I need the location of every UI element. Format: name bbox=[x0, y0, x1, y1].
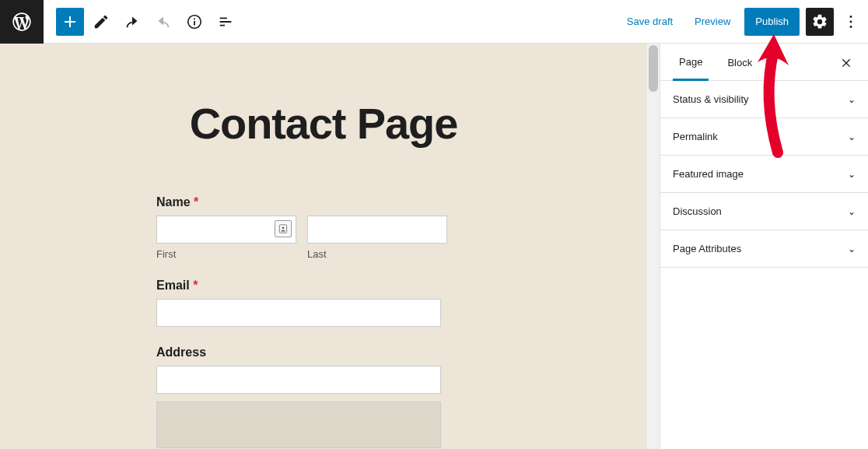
first-sublabel: First bbox=[156, 248, 296, 260]
redo-button[interactable] bbox=[149, 8, 177, 36]
chevron-down-icon: ⌄ bbox=[848, 94, 856, 105]
details-button[interactable] bbox=[180, 8, 208, 36]
close-sidebar-button[interactable] bbox=[837, 53, 856, 72]
tab-page[interactable]: Page bbox=[673, 44, 709, 81]
sidebar-tabs: Page Block bbox=[660, 44, 868, 81]
scrollbar-track[interactable] bbox=[647, 44, 660, 449]
name-label: Name * bbox=[156, 195, 491, 209]
panel-permalink[interactable]: Permalink⌄ bbox=[660, 118, 868, 155]
settings-button[interactable] bbox=[806, 8, 834, 36]
toolbar-left-group bbox=[44, 8, 240, 36]
address-label: Address bbox=[156, 346, 491, 360]
editor-top-toolbar: Save draft Preview Publish bbox=[0, 0, 868, 44]
svg-point-5 bbox=[282, 226, 285, 229]
publish-button[interactable]: Publish bbox=[744, 8, 800, 36]
svg-point-2 bbox=[850, 20, 852, 23]
svg-point-1 bbox=[850, 16, 852, 18]
more-options-button[interactable] bbox=[840, 8, 862, 36]
block-inserter-button[interactable] bbox=[56, 8, 84, 36]
last-name-input[interactable] bbox=[307, 216, 447, 244]
chevron-down-icon: ⌄ bbox=[848, 169, 856, 180]
outline-button[interactable] bbox=[212, 8, 240, 36]
editor-canvas[interactable]: Contact Page Name * First bbox=[0, 44, 660, 449]
panel-status-visibility[interactable]: Status & visibility⌄ bbox=[660, 81, 868, 118]
chevron-down-icon: ⌄ bbox=[848, 132, 856, 142]
panel-discussion[interactable]: Discussion⌄ bbox=[660, 193, 868, 230]
email-input[interactable] bbox=[156, 299, 441, 327]
panel-page-attributes[interactable]: Page Attributes⌄ bbox=[660, 230, 868, 267]
preview-link[interactable]: Preview bbox=[687, 9, 738, 33]
svg-point-3 bbox=[850, 25, 852, 27]
contact-form-block: Name * First bbox=[71, 195, 576, 448]
autofill-contact-icon[interactable] bbox=[275, 220, 292, 237]
address-line2-box[interactable] bbox=[156, 402, 441, 448]
scrollbar-thumb[interactable] bbox=[649, 45, 658, 92]
chevron-down-icon: ⌄ bbox=[848, 206, 856, 217]
toolbar-right-group: Save draft Preview Publish bbox=[619, 8, 868, 36]
panel-featured-image[interactable]: Featured image⌄ bbox=[660, 156, 868, 192]
address-line1-input[interactable] bbox=[156, 366, 441, 394]
tab-block[interactable]: Block bbox=[721, 44, 758, 79]
settings-sidebar: Page Block Status & visibility⌄ Permalin… bbox=[660, 44, 868, 449]
last-sublabel: Last bbox=[307, 248, 447, 260]
page-title[interactable]: Contact Page bbox=[71, 75, 576, 195]
edit-mode-button[interactable] bbox=[87, 8, 115, 36]
undo-button[interactable] bbox=[118, 8, 146, 36]
save-draft-link[interactable]: Save draft bbox=[619, 9, 681, 33]
chevron-down-icon: ⌄ bbox=[848, 244, 856, 254]
wp-logo[interactable] bbox=[0, 0, 44, 44]
email-label: Email * bbox=[156, 279, 491, 293]
